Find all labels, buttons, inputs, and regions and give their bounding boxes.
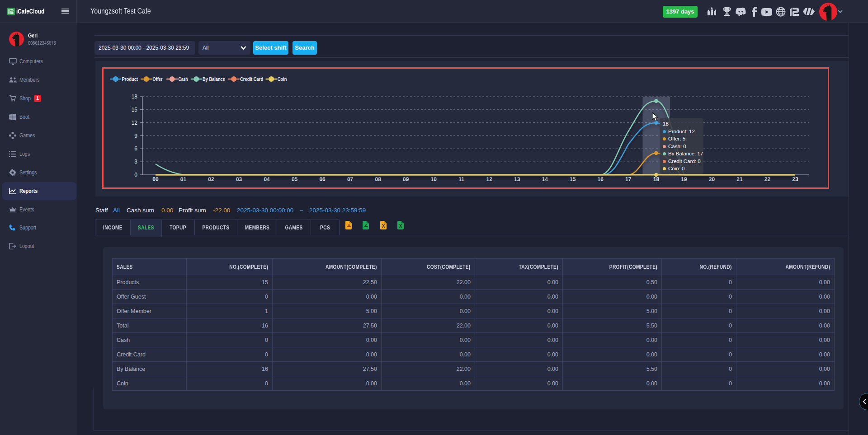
svg-text:22: 22 xyxy=(764,176,771,182)
svg-text:3: 3 xyxy=(134,159,137,165)
svg-text:11: 11 xyxy=(458,176,464,182)
svg-text:05: 05 xyxy=(292,176,298,182)
svg-text:04: 04 xyxy=(264,176,270,182)
svg-text:Credit Card: Credit Card xyxy=(240,76,263,82)
svg-text:18: 18 xyxy=(132,94,138,100)
svg-text:16: 16 xyxy=(598,176,604,182)
svg-text:17: 17 xyxy=(625,176,632,182)
svg-text:00: 00 xyxy=(152,176,159,182)
svg-text:12: 12 xyxy=(132,120,138,126)
svg-text:X: X xyxy=(399,224,402,229)
svg-text:14: 14 xyxy=(542,176,548,182)
svg-text:02: 02 xyxy=(208,176,214,182)
svg-text:9: 9 xyxy=(134,133,137,139)
svg-text:18: 18 xyxy=(653,176,660,182)
svg-text:X: X xyxy=(382,224,385,229)
svg-text:0: 0 xyxy=(134,172,137,178)
svg-text:Offer: Offer xyxy=(153,76,163,82)
svg-text:6: 6 xyxy=(134,145,137,152)
svg-text:20: 20 xyxy=(709,176,715,182)
svg-text:15: 15 xyxy=(570,176,576,182)
svg-text:01: 01 xyxy=(180,176,187,182)
svg-text:19: 19 xyxy=(681,176,687,182)
svg-text:15: 15 xyxy=(132,107,138,113)
svg-text:Coin: Coin xyxy=(278,76,287,82)
svg-text:09: 09 xyxy=(403,176,409,182)
svg-text:By Balance: By Balance xyxy=(203,76,225,82)
svg-text:Cash: Cash xyxy=(178,76,188,82)
svg-text:06: 06 xyxy=(319,176,326,182)
svg-text:10: 10 xyxy=(431,176,437,182)
svg-text:08: 08 xyxy=(375,176,382,182)
svg-text:03: 03 xyxy=(236,176,242,182)
svg-text:12: 12 xyxy=(486,176,493,182)
svg-text:Product: Product xyxy=(122,76,138,82)
svg-text:23: 23 xyxy=(792,176,798,182)
svg-text:07: 07 xyxy=(347,176,354,182)
svg-text:21: 21 xyxy=(736,176,743,182)
svg-text:13: 13 xyxy=(514,176,520,182)
